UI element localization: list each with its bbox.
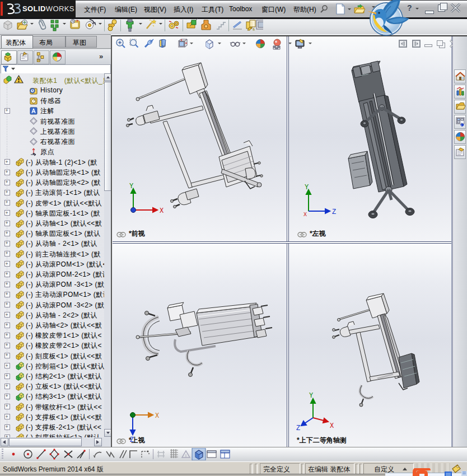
svg-text:Z: Z [332,208,336,216]
svg-text:X: X [160,207,164,215]
svg-text:X: X [155,412,159,420]
svg-text:Y: Y [309,392,313,400]
svg-text:Y: Y [305,184,309,192]
svg-text:X: X [303,212,307,218]
svg-text:Y: Y [129,183,133,190]
svg-text:X: X [330,422,334,430]
svg-text:Z: Z [296,424,300,432]
